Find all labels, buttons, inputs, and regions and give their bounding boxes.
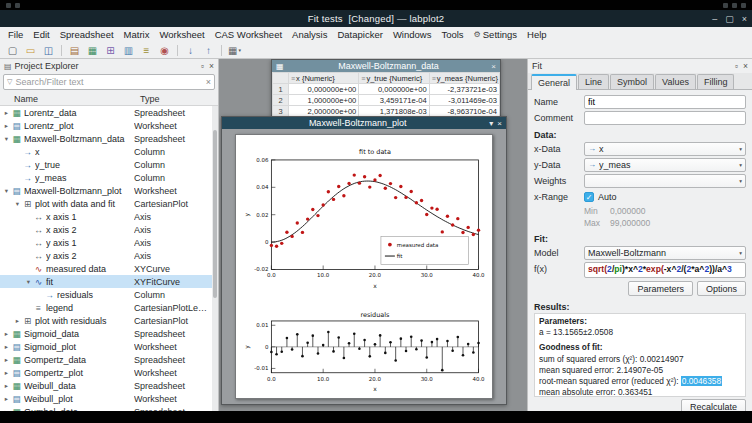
column-header-name[interactable]: Name bbox=[0, 94, 140, 104]
float-panel-icon[interactable]: ▫ bbox=[201, 61, 204, 71]
close-panel-icon[interactable]: × bbox=[743, 61, 748, 71]
expand-arrow-icon[interactable]: ▸ bbox=[2, 122, 11, 130]
filter-icon[interactable]: ▽ bbox=[7, 78, 12, 86]
tab-symbol[interactable]: Symbol bbox=[610, 74, 654, 89]
tree-row-gumbel-data[interactable]: ▸▦Gumbel_dataSpreadsheet bbox=[0, 405, 218, 411]
float-panel-icon[interactable]: ▫ bbox=[735, 61, 738, 71]
sheet-cell[interactable]: -2,373721e-03 bbox=[429, 84, 499, 95]
column-header-type[interactable]: Type bbox=[140, 94, 218, 104]
auto-range-checkbox[interactable]: ✓ bbox=[584, 192, 594, 202]
tree-row-maxwell-boltzmann-plot[interactable]: ▾▤Maxwell-Boltzmann_plotWorksheet bbox=[0, 184, 218, 197]
tree-row-y-axis-2[interactable]: ↔y axis 2Axis bbox=[0, 249, 218, 262]
row-number[interactable]: 3 bbox=[273, 106, 289, 117]
tree-row-y-meas[interactable]: →y_measColumn bbox=[0, 171, 218, 184]
tree-row-weibull-data[interactable]: ▸▦Weibull_dataSpreadsheet bbox=[0, 379, 218, 392]
tree-row-sigmoid-data[interactable]: ▸▦Sigmoid_dataSpreadsheet bbox=[0, 327, 218, 340]
worksheet-page[interactable]: fit to data-0.0200.020.040.060.010.020.0… bbox=[235, 134, 493, 399]
expand-arrow-icon[interactable]: ▸ bbox=[2, 343, 11, 351]
clear-search-icon[interactable]: × bbox=[206, 77, 211, 87]
tab-filling[interactable]: Filling bbox=[697, 74, 735, 89]
sheet-column-header[interactable]: ≡y_meas {Numeric} bbox=[429, 73, 499, 84]
new-workbook-icon[interactable]: ▤ bbox=[66, 43, 83, 58]
restore-window-icon[interactable]: ▾ bbox=[489, 119, 493, 128]
menu-edit[interactable]: Edit bbox=[28, 27, 54, 42]
new-note-icon[interactable]: ≡ bbox=[138, 43, 155, 58]
tree-row-y-true[interactable]: →y_trueColumn bbox=[0, 158, 218, 171]
tree-row-y-axis-1[interactable]: ↔y axis 1Axis bbox=[0, 236, 218, 249]
close-window-icon[interactable]: × bbox=[742, 14, 747, 24]
vertical-scrollbar[interactable] bbox=[212, 106, 218, 411]
tab-general[interactable]: General bbox=[531, 74, 577, 90]
tree-row-x-axis-2[interactable]: ↔x axis 2Axis bbox=[0, 223, 218, 236]
worksheet-view[interactable]: fit to data-0.0200.020.040.060.010.020.0… bbox=[222, 129, 506, 404]
menu-datapicker[interactable]: Datapicker bbox=[332, 27, 387, 42]
open-project-icon[interactable]: ▭ bbox=[22, 43, 39, 58]
weights-combo[interactable]: ▾ bbox=[584, 174, 746, 188]
tree-row-x[interactable]: →xColumn bbox=[0, 145, 218, 158]
worksheet-window-titlebar[interactable]: Maxwell-Boltzmann_plot ▾ × bbox=[222, 117, 506, 129]
collapse-arrow-icon[interactable]: ▾ bbox=[2, 187, 11, 195]
tree-row-lorentz-plot[interactable]: ▸▤Lorentz_plotWorksheet bbox=[0, 119, 218, 132]
tree-row-gompertz-plot[interactable]: ▸▤Gompertz_plotWorksheet bbox=[0, 366, 218, 379]
sheet-column-header[interactable]: ≡y_true {Numeric} bbox=[359, 73, 429, 84]
export-icon[interactable]: ↑ bbox=[200, 43, 217, 58]
new-matrix-icon[interactable]: ⊞ bbox=[102, 43, 119, 58]
name-input[interactable] bbox=[584, 95, 746, 109]
new-spreadsheet-icon[interactable]: ▦ bbox=[84, 43, 101, 58]
sheet-cell[interactable]: -3,011469e-03 bbox=[429, 95, 499, 106]
spreadsheet-window-titlebar[interactable]: ▦ Maxwell-Boltzmann_data × bbox=[272, 60, 500, 72]
new-project-icon[interactable]: ▢ bbox=[4, 43, 21, 58]
formula-display[interactable]: sqrt(2/pi)*x^2*exp(-x^2/(2*a^2))/a^3 bbox=[584, 262, 746, 278]
expand-arrow-icon[interactable]: ▸ bbox=[2, 356, 11, 364]
menu-tools[interactable]: Tools bbox=[436, 27, 468, 42]
search-input[interactable] bbox=[15, 77, 205, 87]
sheet-cell[interactable]: 0,000000e+00 bbox=[289, 84, 359, 95]
row-number[interactable]: 2 bbox=[273, 95, 289, 106]
tab-line[interactable]: Line bbox=[578, 74, 609, 89]
menu-spreadsheet[interactable]: Spreadsheet bbox=[55, 27, 119, 42]
new-worksheet-icon[interactable]: ▥ bbox=[120, 43, 137, 58]
recalculate-button[interactable]: Recalculate bbox=[681, 399, 746, 411]
menu-file[interactable]: File bbox=[3, 27, 28, 42]
titlebar[interactable]: Fit tests [Changed] — labplot2 – ▢ × bbox=[0, 10, 752, 27]
tab-values[interactable]: Values bbox=[655, 74, 696, 89]
collapse-arrow-icon[interactable]: ▾ bbox=[13, 200, 22, 208]
fit-panel-header[interactable]: Fit ▫ × bbox=[528, 59, 752, 73]
minimize-window-icon[interactable]: – bbox=[712, 14, 717, 24]
close-window-icon[interactable]: × bbox=[497, 119, 502, 128]
expand-arrow-icon[interactable]: ▸ bbox=[2, 109, 11, 117]
y-data-combo[interactable]: → y_meas ▾ bbox=[584, 158, 746, 172]
scrollbar-thumb[interactable] bbox=[213, 130, 217, 298]
collapse-arrow-icon[interactable]: ▾ bbox=[2, 135, 11, 143]
sheet-cell[interactable]: 1,371808e-03 bbox=[359, 106, 429, 117]
sheet-column-header[interactable]: ≡x {Numeric} bbox=[289, 73, 359, 84]
new-datapicker-icon[interactable]: ◉ bbox=[156, 43, 173, 58]
collapse-arrow-icon[interactable]: ▾ bbox=[24, 278, 33, 286]
menu-cas-worksheet[interactable]: CAS Worksheet bbox=[210, 27, 287, 42]
expand-arrow-icon[interactable]: ▸ bbox=[2, 369, 11, 377]
tree-row-weibull-plot[interactable]: ▸▤Weibull_plotWorksheet bbox=[0, 392, 218, 405]
fit-plot[interactable]: fit to data-0.0200.020.040.060.010.020.0… bbox=[241, 145, 487, 300]
parameters-button[interactable]: Parameters bbox=[628, 281, 693, 296]
sheet-cell[interactable]: 0,000000e+00 bbox=[359, 84, 429, 95]
tree-row-gompertz-data[interactable]: ▸▦Gompertz_dataSpreadsheet bbox=[0, 353, 218, 366]
sheet-cell[interactable]: 3,459171e-04 bbox=[359, 95, 429, 106]
menu-worksheet[interactable]: Worksheet bbox=[154, 27, 209, 42]
tree-row-x-axis-1[interactable]: ↔x axis 1Axis bbox=[0, 210, 218, 223]
project-explorer-header[interactable]: ▤ Project Explorer ▫ × bbox=[0, 59, 218, 73]
tree-row-fit[interactable]: ▾∿fitXYFitCurve bbox=[0, 275, 218, 288]
save-project-icon[interactable]: ◫ bbox=[40, 43, 57, 58]
close-panel-icon[interactable]: × bbox=[209, 61, 214, 71]
tree-row-maxwell-boltzmann-data[interactable]: ▾▦Maxwell-Boltzmann_dataSpreadsheet bbox=[0, 132, 218, 145]
tree-row-lorentz-data[interactable]: ▸▦Lorentz_dataSpreadsheet bbox=[0, 106, 218, 119]
tree-row-plot-with-residuals[interactable]: ▸⊞plot with residualsCartesianPlot bbox=[0, 314, 218, 327]
sheet-cell[interactable]: -8,963710e-04 bbox=[429, 106, 499, 117]
menu-help[interactable]: Help bbox=[522, 27, 552, 42]
residuals-plot[interactable]: residuals-0.0100.010.010.020.030.040.0xy bbox=[241, 310, 487, 398]
corner-header[interactable] bbox=[273, 73, 289, 84]
expand-arrow-icon[interactable]: ▸ bbox=[13, 317, 22, 325]
expand-arrow-icon[interactable]: ▸ bbox=[2, 330, 11, 338]
row-number[interactable]: 1 bbox=[273, 84, 289, 95]
tree-row-legend[interactable]: ≡legendCartesianPlotLegend bbox=[0, 301, 218, 314]
menu-matrix[interactable]: Matrix bbox=[119, 27, 155, 42]
